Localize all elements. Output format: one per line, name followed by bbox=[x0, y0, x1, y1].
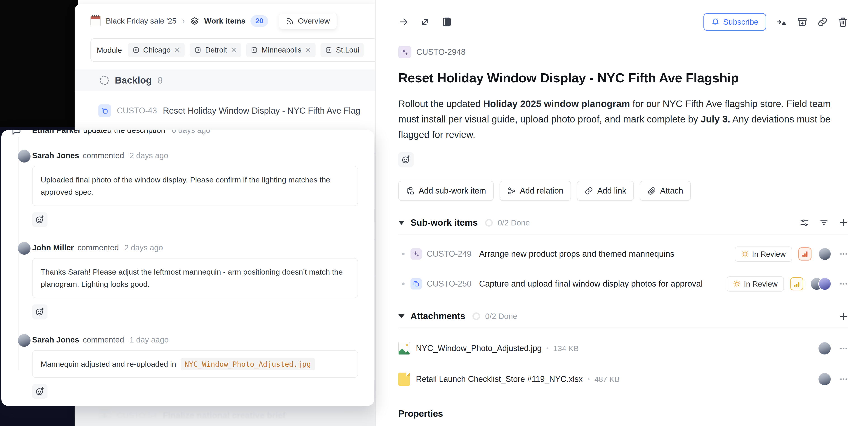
group-name: Backlog bbox=[115, 75, 152, 86]
add-reaction-button[interactable] bbox=[32, 212, 48, 227]
comment-text: Mannequin adjusted and re-uploaded in bbox=[41, 360, 176, 368]
filter-chip-stlouis[interactable]: St.Loui bbox=[320, 43, 364, 57]
filter-bar: Module Chicago ✕ Detroit ✕ Minneapolis ✕… bbox=[90, 38, 375, 62]
filter-chip-minneapolis[interactable]: Minneapolis ✕ bbox=[246, 43, 315, 57]
relation-icon bbox=[507, 187, 516, 195]
sub-work-items-header: Sub-work items 0/2 Done bbox=[398, 218, 848, 234]
filter-chip-detroit[interactable]: Detroit ✕ bbox=[190, 43, 241, 57]
file-name-chip[interactable]: NYC_Window_Photo_Adjusted.jpg bbox=[181, 358, 315, 370]
attach-button[interactable]: Attach bbox=[640, 181, 691, 201]
comment-action: commented bbox=[83, 151, 124, 160]
comment: John Miller commented 2 days ago Thanks … bbox=[10, 243, 358, 319]
work-item-title[interactable]: Reset Holiday Window Display - NYC Fifth… bbox=[398, 70, 848, 85]
comment-text-box: Uploaded final photo of the window displ… bbox=[32, 166, 358, 206]
comment: Sarah Jones commented 2 days ago Uploade… bbox=[10, 151, 358, 227]
remove-filter-icon[interactable]: ✕ bbox=[231, 46, 237, 54]
work-item-id: CUSTO-2948 bbox=[416, 47, 465, 57]
collapse-caret-icon[interactable] bbox=[398, 221, 405, 225]
collapse-caret-icon[interactable] bbox=[398, 314, 405, 318]
publish-export-icon[interactable] bbox=[776, 17, 787, 27]
breadcrumb-project[interactable]: Black Friday sale '25 bbox=[106, 17, 177, 25]
work-items-count-badge: 20 bbox=[250, 15, 268, 27]
state-badge-label: In Review bbox=[744, 280, 778, 288]
activity-description-updated: Ethan Parker updated the description 6 d… bbox=[10, 130, 358, 135]
close-panel-arrow-icon[interactable] bbox=[398, 17, 409, 27]
attachment-row[interactable]: NYC_Window_Photo_Adjusted.jpg 134 KB bbox=[398, 338, 848, 359]
remove-filter-icon[interactable]: ✕ bbox=[174, 46, 180, 54]
breadcrumb-section[interactable]: Work items bbox=[204, 17, 246, 25]
state-badge[interactable]: In Review bbox=[727, 276, 784, 291]
description-text: Rollout the updated bbox=[398, 98, 483, 109]
activity-author: Ethan Parker bbox=[32, 130, 81, 135]
comment-time: 1 day aago bbox=[129, 335, 168, 344]
avatar bbox=[818, 277, 831, 290]
link-icon bbox=[585, 187, 593, 195]
bell-icon bbox=[711, 18, 719, 26]
comment-text: Thanks Sarah! Please adjust the leftmost… bbox=[41, 267, 343, 288]
backlog-state-icon bbox=[100, 76, 109, 85]
breadcrumb-separator: › bbox=[182, 16, 185, 26]
copy-link-icon[interactable] bbox=[817, 17, 828, 27]
archive-icon[interactable] bbox=[797, 17, 807, 27]
filter-icon[interactable] bbox=[819, 218, 829, 227]
comment-time: 2 days ago bbox=[129, 151, 168, 160]
layers-icon bbox=[190, 17, 199, 26]
row-bullet bbox=[402, 283, 405, 285]
sub-work-item-row[interactable]: CUSTO-249 Arrange new product props and … bbox=[398, 244, 848, 264]
attachment-size: 487 KB bbox=[594, 375, 620, 384]
state-badge[interactable]: In Review bbox=[735, 247, 792, 262]
assignee-avatars[interactable] bbox=[818, 248, 831, 260]
comment-text: Uploaded final photo of the window displ… bbox=[41, 175, 330, 196]
work-item-row[interactable]: CUSTO-43 Reset Holiday Window Display - … bbox=[74, 96, 375, 125]
toolbar-right: Subscribe bbox=[704, 13, 848, 31]
description-bold: Holiday 2025 window planogram bbox=[483, 98, 630, 109]
group-header-backlog[interactable]: Backlog 8 bbox=[74, 69, 375, 91]
attachment-meta bbox=[818, 342, 848, 355]
side-peek-layout-icon[interactable] bbox=[442, 17, 452, 27]
priority-high-icon[interactable] bbox=[798, 248, 811, 260]
comment-author: John Miller bbox=[32, 243, 74, 252]
filter-chip-label: Detroit bbox=[205, 46, 227, 54]
add-reaction-button[interactable] bbox=[32, 305, 48, 319]
more-menu-icon[interactable] bbox=[839, 344, 848, 353]
add-attachment-plus-icon[interactable] bbox=[839, 311, 848, 321]
comment-author: Sarah Jones bbox=[32, 151, 79, 160]
sub-item-title: Arrange new product props and themed man… bbox=[479, 249, 674, 259]
avatar bbox=[818, 342, 831, 355]
avatar bbox=[17, 149, 31, 163]
display-settings-icon[interactable] bbox=[800, 218, 809, 227]
comment: Sarah Jones commented 1 day aago Mannequ… bbox=[10, 335, 358, 399]
module-icon bbox=[251, 47, 258, 54]
more-menu-icon[interactable] bbox=[839, 250, 848, 258]
more-menu-icon[interactable] bbox=[839, 279, 848, 288]
add-link-button[interactable]: Add link bbox=[577, 181, 634, 201]
delete-trash-icon[interactable] bbox=[838, 17, 848, 27]
priority-medium-icon[interactable] bbox=[790, 277, 803, 290]
add-reaction-button[interactable] bbox=[398, 152, 414, 167]
properties-title: Properties bbox=[398, 408, 848, 419]
screenshot-canvas: Black Friday sale '25 › Work items 20 Ov… bbox=[0, 0, 868, 426]
work-item-description[interactable]: Rollout the updated Holiday 2025 window … bbox=[398, 96, 849, 142]
comment-author: Sarah Jones bbox=[32, 335, 79, 344]
sub-work-item-row[interactable]: CUSTO-250 Capture and upload final windo… bbox=[398, 274, 848, 294]
add-sub-item-plus-icon[interactable] bbox=[839, 218, 848, 227]
toolbar-left bbox=[398, 17, 452, 27]
attachment-row[interactable]: Retail Launch Checklist_Store #119_NYC.x… bbox=[398, 369, 848, 390]
filter-chip-chicago[interactable]: Chicago ✕ bbox=[128, 43, 185, 57]
add-relation-button[interactable]: Add relation bbox=[500, 181, 571, 201]
section-title[interactable]: Attachments bbox=[410, 311, 465, 321]
sub-item-id: CUSTO-250 bbox=[427, 279, 471, 289]
comments-overlay: Ethan Parker updated the description 6 d… bbox=[1, 130, 374, 406]
section-title[interactable]: Sub-work items bbox=[410, 218, 478, 228]
subscribe-button[interactable]: Subscribe bbox=[704, 13, 766, 31]
project-icon bbox=[90, 16, 101, 26]
remove-filter-icon[interactable]: ✕ bbox=[305, 46, 311, 54]
tab-overview[interactable]: Overview bbox=[279, 13, 337, 29]
add-sub-work-item-button[interactable]: Add sub-work item bbox=[398, 181, 494, 201]
expand-icon[interactable] bbox=[420, 17, 430, 27]
add-reaction-button[interactable] bbox=[32, 384, 48, 399]
more-menu-icon[interactable] bbox=[839, 375, 848, 384]
assignee-avatars[interactable] bbox=[810, 277, 831, 290]
attachments-header: Attachments 0/2 Done bbox=[398, 311, 848, 328]
button-label: Add relation bbox=[520, 186, 563, 196]
